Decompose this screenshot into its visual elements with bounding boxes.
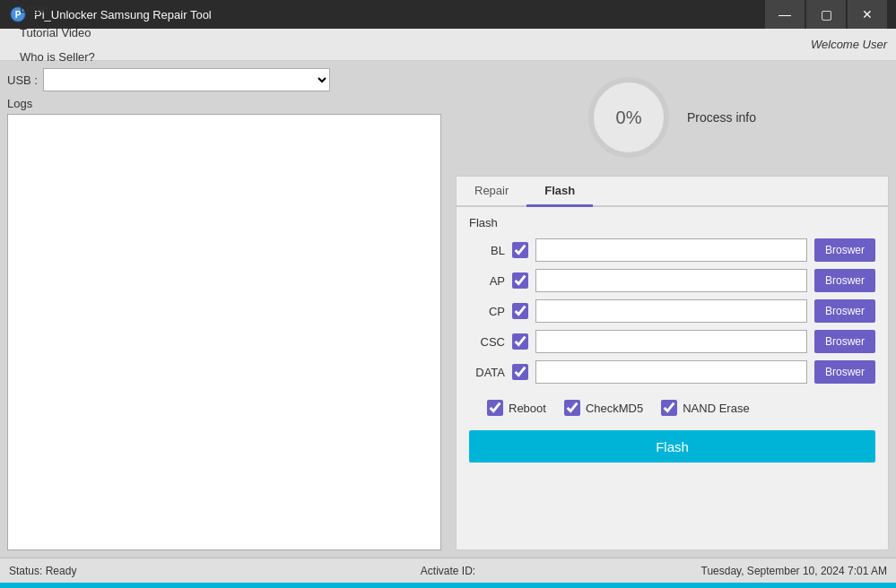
maximize-button[interactable]: ▢ <box>806 0 846 29</box>
option-nand-erase: NAND Erase <box>661 400 749 416</box>
option-reboot: Reboot <box>487 400 546 416</box>
option-label-nand-erase: NAND Erase <box>683 402 749 415</box>
flash-row-ap: APBroswer <box>469 269 875 292</box>
flash-section-label: Flash <box>469 216 875 229</box>
activate-id: Activate ID: <box>301 565 594 577</box>
flash-checkbox-data[interactable] <box>512 364 528 380</box>
app-title: Pi_Unlocker Samsung Repair Tool <box>34 8 765 22</box>
browser-btn-ap[interactable]: Broswer <box>814 269 875 292</box>
process-info: Process info <box>687 110 756 125</box>
menu-item-tutorial[interactable]: Tutorial Video <box>9 21 106 45</box>
flash-row-bl: BLBroswer <box>469 238 875 262</box>
flash-label-data: DATA <box>469 366 505 379</box>
flash-input-bl[interactable] <box>535 238 807 262</box>
flash-checkbox-ap[interactable] <box>512 272 528 289</box>
option-checkbox-reboot[interactable] <box>487 400 503 416</box>
window-controls: — ▢ ✕ <box>765 0 887 29</box>
option-checkmd5: CheckMD5 <box>564 400 643 416</box>
option-label-reboot: Reboot <box>509 402 546 415</box>
option-checkbox-nand-erase[interactable] <box>661 400 677 416</box>
flash-label-ap: AP <box>469 274 505 288</box>
flash-input-data[interactable] <box>535 360 807 384</box>
flash-options-row: RebootCheckMD5NAND Erase <box>469 400 875 416</box>
progress-percent: 0% <box>616 108 642 128</box>
right-panel: 0% Process info Repair Flash Flash BLBro… <box>448 61 896 558</box>
logs-area <box>7 114 441 550</box>
main-content: USB : Logs 0% Process info Repair Flash … <box>0 61 896 558</box>
tabs-header: Repair Flash <box>457 177 888 207</box>
flash-rows: BLBroswerAPBroswerCPBroswerCSCBroswerDAT… <box>469 238 875 391</box>
option-checkbox-checkmd5[interactable] <box>564 400 580 416</box>
browser-btn-bl[interactable]: Broswer <box>814 238 875 262</box>
menu-bar: LoginTutorial VideoWho is Seller?Copy ID… <box>0 29 896 61</box>
usb-row: USB : <box>7 68 441 91</box>
datetime-text: Tuesday, September 10, 2024 7:01 AM <box>595 565 887 577</box>
flash-label-cp: CP <box>469 305 505 318</box>
flash-checkbox-csc[interactable] <box>512 333 528 350</box>
title-bar: P Pi_Unlocker Samsung Repair Tool — ▢ ✕ <box>0 0 896 29</box>
flash-checkbox-cp[interactable] <box>512 303 528 319</box>
browser-btn-csc[interactable]: Broswer <box>814 330 875 353</box>
menu-item-login[interactable]: Login <box>9 0 106 21</box>
flash-label-bl: BL <box>469 244 505 257</box>
tab-flash[interactable]: Flash <box>526 177 593 207</box>
browser-btn-data[interactable]: Broswer <box>814 360 875 384</box>
usb-select[interactable] <box>43 68 330 91</box>
flash-row-data: DATABroswer <box>469 360 875 384</box>
flash-checkbox-bl[interactable] <box>512 242 528 258</box>
progress-section: 0% Process info <box>456 68 889 167</box>
tabs-section: Repair Flash Flash BLBroswerAPBroswerCPB… <box>456 176 889 550</box>
flash-input-ap[interactable] <box>535 269 807 292</box>
flash-label-csc: CSC <box>469 335 505 349</box>
left-panel: USB : Logs <box>0 61 448 558</box>
flash-button[interactable]: Flash <box>469 430 875 463</box>
tab-repair[interactable]: Repair <box>457 177 526 207</box>
flash-input-cp[interactable] <box>535 299 807 323</box>
bottom-progress-bar <box>0 583 896 588</box>
welcome-text: Welcome User <box>811 38 887 51</box>
flash-panel: Flash BLBroswerAPBroswerCPBroswerCSCBros… <box>457 207 888 549</box>
browser-btn-cp[interactable]: Broswer <box>814 299 875 323</box>
flash-input-csc[interactable] <box>535 330 807 353</box>
flash-row-cp: CPBroswer <box>469 299 875 323</box>
bottom-progress-fill <box>0 583 896 588</box>
status-bar: Status: Ready Activate ID: Tuesday, Sept… <box>0 558 896 583</box>
usb-label: USB : <box>7 74 38 87</box>
flash-row-csc: CSCBroswer <box>469 330 875 353</box>
progress-circle: 0% <box>588 77 669 158</box>
option-label-checkmd5: CheckMD5 <box>586 402 643 415</box>
close-button[interactable]: ✕ <box>848 0 887 29</box>
status-text: Status: Ready <box>9 565 301 577</box>
logs-label: Logs <box>7 97 441 110</box>
minimize-button[interactable]: — <box>765 0 805 29</box>
